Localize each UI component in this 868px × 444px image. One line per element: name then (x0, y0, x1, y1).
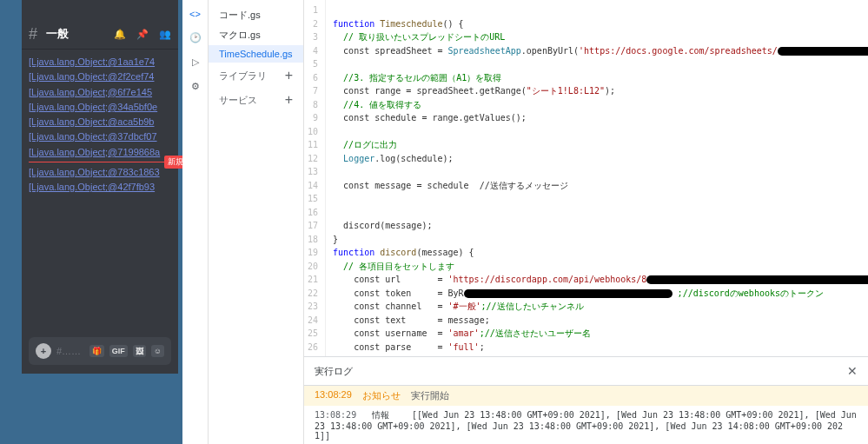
message-input[interactable]: #…… (56, 346, 84, 356)
apps-script-editor: <> 🕑 ▷ ⚙ コード.gs マクロ.gs TimeSchedule.gs ラ… (182, 0, 868, 444)
new-divider: 新規 (29, 162, 171, 162)
gift-icon[interactable]: 🎁 (89, 345, 104, 357)
log-notice-row: 13:08:29 お知らせ 実行開始 (304, 386, 868, 406)
file-item-selected[interactable]: TimeSchedule.gs (209, 45, 303, 63)
execution-log: 実行ログ ✕ 13:08:29 お知らせ 実行開始 13:08:29 情報 [[… (304, 356, 868, 444)
channel-name: 一般 (46, 26, 69, 42)
log-time: 13:08:29 (315, 410, 367, 420)
library-label: ライブラリ (219, 70, 267, 83)
pin-icon[interactable]: 📌 (136, 29, 149, 40)
message-link[interactable]: [Ljava.lang.Object;@783c1863 (29, 166, 171, 178)
services-header: サービス + (209, 87, 303, 111)
code-editor[interactable]: 1234567891011121314151617181920212223242… (304, 0, 868, 356)
gif-icon[interactable]: GIF (109, 345, 128, 357)
message-link[interactable]: [Ljava.lang.Object;@2f2cef74 (29, 70, 171, 83)
log-level: 情報 (372, 409, 407, 421)
left-rail: <> 🕑 ▷ ⚙ (182, 0, 209, 444)
message-link[interactable]: [Ljava.lang.Object;@aca5b9b (29, 116, 171, 128)
bell-icon[interactable]: 🔔 (114, 29, 126, 40)
message-link[interactable]: [Ljava.lang.Object;@34a5bf0e (29, 101, 171, 113)
add-service-icon[interactable]: + (285, 92, 293, 108)
add-library-icon[interactable]: + (285, 68, 293, 83)
run-icon[interactable]: ▷ (192, 56, 199, 68)
editor-icon[interactable]: <> (189, 9, 201, 19)
message-link[interactable]: [Ljava.lang.Object;@6f7e145 (29, 86, 171, 98)
discord-panel: # 一般 🔔 📌 👥 [Ljava.lang.Object;@1aa1e74 [… (22, 0, 178, 374)
library-header: ライブラリ + (209, 63, 303, 87)
message-link[interactable]: [Ljava.lang.Object;@1aa1e74 (29, 56, 171, 68)
log-title: 実行ログ (315, 365, 353, 378)
message-link[interactable]: [Ljava.lang.Object;@7199868a (29, 146, 171, 158)
message-link[interactable]: [Ljava.lang.Object;@42f7fb93 (29, 181, 171, 193)
sticker-icon[interactable]: 🖼 (133, 345, 146, 357)
log-level: お知らせ (362, 389, 401, 402)
clock-icon[interactable]: 🕑 (189, 32, 202, 43)
line-gutter: 1234567891011121314151617181920212223242… (304, 0, 326, 356)
message-list: [Ljava.lang.Object;@1aa1e74 [Ljava.lang.… (22, 50, 178, 200)
log-header: 実行ログ ✕ (304, 357, 868, 386)
hash-icon: # (29, 25, 37, 43)
file-sidebar: コード.gs マクロ.gs TimeSchedule.gs ライブラリ + サー… (209, 0, 304, 444)
attach-icon[interactable]: + (36, 343, 51, 359)
main-area: 1234567891011121314151617181920212223242… (304, 0, 868, 444)
file-item[interactable]: コード.gs (209, 5, 303, 25)
services-label: サービス (219, 94, 257, 107)
emoji-icon[interactable]: ☺ (151, 345, 164, 357)
message-link[interactable]: [Ljava.lang.Object;@37dbcf07 (29, 130, 171, 142)
message-input-row: + #…… 🎁 GIF 🖼 ☺ (29, 337, 171, 365)
file-item[interactable]: マクロ.gs (209, 25, 303, 45)
discord-header: # 一般 🔔 📌 👥 (22, 19, 178, 50)
close-icon[interactable]: ✕ (847, 364, 858, 378)
gear-icon[interactable]: ⚙ (191, 81, 200, 92)
members-icon[interactable]: 👥 (159, 29, 171, 40)
log-row: 13:08:29 情報 [[Wed Jun 23 13:48:00 GMT+09… (304, 406, 868, 444)
header-icons: 🔔 📌 👥 (114, 29, 171, 40)
log-text: 実行開始 (411, 389, 449, 402)
code-content[interactable]: function Timeschedule() { // 取り扱いたいスプレッド… (326, 0, 868, 356)
log-time: 13:08:29 (315, 389, 352, 402)
